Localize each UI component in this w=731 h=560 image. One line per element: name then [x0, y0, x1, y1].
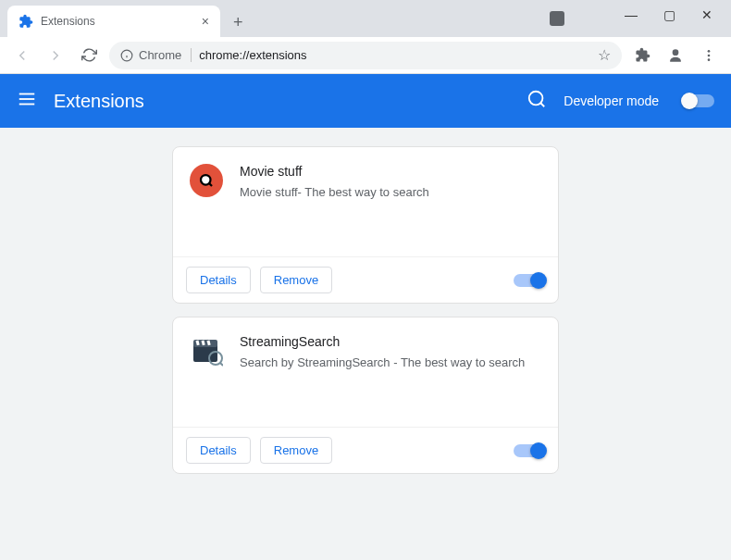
svg-line-11 — [541, 103, 545, 106]
remove-button[interactable]: Remove — [260, 267, 332, 293]
extension-puzzle-icon — [19, 14, 33, 29]
extension-icon — [190, 334, 223, 367]
extension-description: Movie stuff- The best way to search — [240, 184, 541, 201]
developer-mode-label: Developer mode — [564, 93, 659, 108]
extension-toggle[interactable] — [514, 274, 545, 287]
extension-name: Movie stuff — [240, 164, 541, 179]
forward-button[interactable] — [43, 43, 68, 68]
extension-card: Movie stuff Movie stuff- The best way to… — [172, 146, 559, 304]
extension-card: StreamingSearch Search by StreamingSearc… — [172, 317, 559, 474]
close-tab-icon[interactable]: × — [202, 14, 209, 29]
extension-text: StreamingSearch Search by StreamingSearc… — [240, 334, 541, 410]
tab-title: Extensions — [41, 15, 194, 28]
omnibox[interactable]: Chrome chrome://extensions ☆ — [109, 42, 622, 69]
remove-button[interactable]: Remove — [260, 437, 332, 464]
svg-point-10 — [529, 92, 543, 106]
menu-dots-icon[interactable] — [696, 43, 722, 68]
svg-line-13 — [209, 183, 212, 186]
search-icon[interactable] — [527, 89, 547, 113]
extension-card-footer: Details Remove — [173, 256, 558, 303]
browser-tab[interactable]: Extensions × — [7, 6, 220, 37]
window-controls: — ▢ ✕ — [606, 0, 731, 30]
svg-line-20 — [220, 363, 223, 366]
new-tab-button[interactable]: + — [229, 9, 247, 36]
extension-description: Search by StreamingSearch - The best way… — [240, 355, 541, 371]
extension-icon — [190, 164, 223, 197]
back-button[interactable] — [9, 43, 35, 68]
extension-name: StreamingSearch — [240, 334, 541, 349]
extension-card-body: StreamingSearch Search by StreamingSearc… — [173, 317, 558, 427]
svg-point-5 — [708, 54, 711, 56]
extension-card-footer: Details Remove — [173, 427, 558, 473]
extension-text: Movie stuff Movie stuff- The best way to… — [240, 164, 541, 240]
maximize-icon[interactable]: ▢ — [663, 7, 675, 22]
omnibox-url: chrome://extensions — [199, 48, 590, 62]
svg-point-12 — [201, 175, 211, 185]
page-title: Extensions — [54, 91, 510, 112]
profile-avatar-icon[interactable] — [663, 43, 688, 68]
shield-icon[interactable] — [550, 11, 564, 26]
reload-button[interactable] — [76, 43, 102, 68]
extension-toggle[interactable] — [514, 444, 545, 457]
extension-card-body: Movie stuff Movie stuff- The best way to… — [173, 147, 558, 256]
minimize-icon[interactable]: — — [625, 7, 638, 22]
svg-point-4 — [708, 50, 711, 53]
details-button[interactable]: Details — [186, 267, 251, 293]
close-window-icon[interactable]: ✕ — [701, 7, 712, 22]
svg-point-6 — [708, 58, 711, 61]
extensions-header: Extensions Developer mode — [0, 74, 731, 128]
svg-point-3 — [673, 49, 679, 56]
browser-toolbar: Chrome chrome://extensions ☆ — [0, 37, 731, 74]
extensions-list: Movie stuff Movie stuff- The best way to… — [0, 128, 731, 560]
bookmark-star-icon[interactable]: ☆ — [598, 46, 611, 64]
hamburger-menu-icon[interactable] — [17, 89, 37, 113]
developer-mode-toggle[interactable] — [683, 94, 714, 107]
details-button[interactable]: Details — [186, 437, 251, 464]
omnibox-security-chip: Chrome — [120, 48, 192, 62]
extensions-puzzle-icon[interactable] — [629, 43, 655, 68]
